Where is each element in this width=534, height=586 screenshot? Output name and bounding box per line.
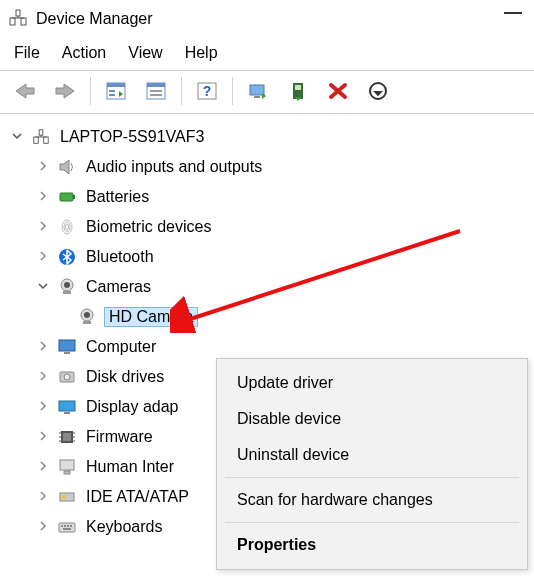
tree-item-cameras[interactable]: Cameras [6,272,528,302]
collapse-icon[interactable] [36,490,50,504]
collapse-icon[interactable] [36,250,50,264]
fingerprint-icon [56,216,78,238]
svg-rect-56 [60,460,74,470]
uninstall-button[interactable] [321,76,355,106]
svg-rect-62 [64,525,66,527]
forward-button[interactable] [48,76,82,106]
bluetooth-icon [56,246,78,268]
svg-rect-49 [63,433,71,441]
svg-rect-27 [39,130,43,135]
svg-rect-41 [83,321,91,324]
collapse-icon[interactable] [36,220,50,234]
toolbar-separator [181,77,182,105]
firmware-icon [56,426,78,448]
tree-item-label: Human Inter [84,458,176,476]
svg-marker-9 [119,91,123,97]
help-toolbar-button[interactable]: ? [190,76,224,106]
battery-icon [56,186,78,208]
tree-root-label: LAPTOP-5S91VAF3 [58,128,206,146]
tree-item-audio[interactable]: Audio inputs and outputs [6,152,528,182]
svg-point-40 [84,312,90,318]
collapse-icon[interactable] [36,520,50,534]
collapse-icon[interactable] [36,460,50,474]
svg-rect-0 [10,18,15,25]
toolbar-separator [90,77,91,105]
ctx-scan-hardware[interactable]: Scan for hardware changes [217,482,527,518]
svg-rect-38 [63,291,71,294]
expand-icon[interactable] [36,280,50,294]
svg-point-37 [64,282,70,288]
collapse-icon[interactable] [36,190,50,204]
ctx-update-driver[interactable]: Update driver [217,365,527,401]
svg-rect-60 [59,523,75,532]
svg-rect-16 [250,85,264,95]
menu-view[interactable]: View [128,44,162,62]
scan-hardware-button[interactable] [241,76,275,106]
keyboard-icon [56,516,78,538]
svg-rect-57 [64,471,70,474]
speaker-icon [56,156,78,178]
collapse-icon[interactable] [36,160,50,174]
svg-rect-65 [63,528,71,530]
tree-item-label: Batteries [84,188,151,206]
toolbar: ? [0,70,534,114]
menu-help[interactable]: Help [185,44,218,62]
tree-item-label: Firmware [84,428,155,446]
toolbar-separator [232,77,233,105]
menu-action[interactable]: Action [62,44,106,62]
svg-rect-17 [254,96,260,98]
tree-item-batteries[interactable]: Batteries [6,182,528,212]
ctx-uninstall-device[interactable]: Uninstall device [217,437,527,473]
svg-rect-64 [70,525,72,527]
monitor-icon [56,336,78,358]
svg-rect-8 [109,94,115,96]
svg-rect-26 [44,137,49,143]
tree-item-label: HD Camera [104,307,198,327]
context-separator [225,477,519,478]
context-separator [225,522,519,523]
svg-rect-46 [59,401,75,411]
back-button[interactable] [8,76,42,106]
svg-rect-13 [150,94,162,96]
svg-rect-11 [147,83,165,87]
collapse-icon[interactable] [36,370,50,384]
computer-root-icon [30,126,52,148]
properties-toolbar-button[interactable] [139,76,173,106]
collapse-icon[interactable] [36,340,50,354]
tree-root[interactable]: LAPTOP-5S91VAF3 [6,122,528,152]
tree-item-label: IDE ATA/ATAP [84,488,191,506]
tree-item-label: Display adap [84,398,181,416]
camera-icon [56,276,78,298]
ctx-properties[interactable]: Properties [217,527,527,563]
ctx-disable-device[interactable]: Disable device [217,401,527,437]
camera-icon [76,306,98,328]
menu-file[interactable]: File [14,44,40,62]
svg-rect-31 [73,195,75,199]
collapse-icon[interactable] [36,400,50,414]
update-driver-button[interactable] [281,76,315,106]
svg-rect-47 [64,412,70,414]
svg-rect-12 [150,90,162,92]
svg-point-34 [66,224,69,230]
expand-icon[interactable] [10,130,24,144]
tree-item-label: Bluetooth [84,248,156,266]
tree-item-bluetooth[interactable]: Bluetooth [6,242,528,272]
svg-rect-43 [64,352,70,354]
disable-button[interactable] [361,76,395,106]
svg-text:?: ? [203,83,212,99]
minimize-button[interactable] [504,12,522,14]
window-title: Device Manager [36,10,153,28]
svg-point-45 [64,374,70,380]
show-hide-tree-button[interactable] [99,76,133,106]
svg-marker-24 [374,91,382,96]
tree-item-hd-camera[interactable]: HD Camera [6,302,528,332]
svg-rect-59 [62,495,66,499]
tree-item-biometric[interactable]: Biometric devices [6,212,528,242]
display-adapter-icon [56,396,78,418]
disk-icon [56,366,78,388]
collapse-icon[interactable] [36,430,50,444]
svg-rect-61 [61,525,63,527]
svg-rect-2 [16,10,20,16]
tree-item-label: Disk drives [84,368,166,386]
tree-item-label: Computer [84,338,158,356]
